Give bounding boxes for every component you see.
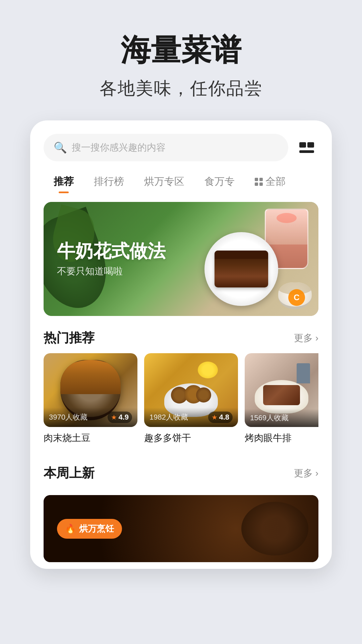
banner[interactable]: 牛奶花式做法 不要只知道喝啦 C	[44, 202, 318, 316]
recipe-badge-2: 1982人收藏 ★ 4.8	[144, 408, 238, 427]
banner-content: 牛奶花式做法 不要只知道喝啦	[44, 227, 179, 291]
hot-section-more[interactable]: 更多 ›	[294, 332, 318, 344]
recipe-favorites-2: 1982人收藏	[149, 412, 188, 422]
new-card[interactable]: 🔥 烘万烹饪	[44, 495, 318, 562]
recipe-image-3: 1569人收藏	[245, 353, 318, 427]
menu-icon-button[interactable]	[295, 136, 318, 159]
rating-value-1: 4.9	[118, 413, 129, 422]
recipe-name-2: 趣多多饼干	[144, 432, 238, 444]
sub-title: 各地美味，任你品尝	[13, 77, 349, 100]
hot-section-title: 热门推荐	[44, 329, 95, 346]
recipe-name-3: 烤肉眼牛排	[245, 432, 318, 444]
c-badge: C	[288, 289, 305, 306]
recipe-image-1: 3970人收藏 ★ 4.9	[44, 353, 137, 427]
recipe-card-3[interactable]: 1569人收藏 烤肉眼牛排	[245, 353, 318, 444]
rating-value-2: 4.8	[219, 413, 229, 422]
banner-title: 牛奶花式做法	[57, 240, 166, 262]
main-title: 海量菜谱	[13, 34, 349, 67]
recipe-name-1: 肉末烧土豆	[44, 432, 137, 444]
recipe-image-2: 1982人收藏 ★ 4.8	[144, 353, 238, 427]
stack-icon	[299, 142, 314, 153]
tab-recommend[interactable]: 推荐	[44, 171, 84, 192]
new-badge: 🔥 烘万烹饪	[57, 519, 122, 539]
tab-food[interactable]: 食万专	[194, 171, 245, 192]
search-bar-container: 🔍 搜一搜你感兴趣的内容	[30, 120, 332, 168]
recipe-rating-2: ★ 4.8	[208, 412, 233, 423]
tab-all[interactable]: 全部	[245, 171, 296, 192]
tab-baking[interactable]: 烘万专区	[134, 171, 194, 192]
recipe-grid: 3970人收藏 ★ 4.9 肉末烧土豆	[30, 353, 332, 451]
banner-subtitle: 不要只知道喝啦	[57, 265, 166, 278]
recipe-badge-1: 3970人收藏 ★ 4.9	[44, 408, 137, 427]
new-section-title: 本周上新	[44, 465, 95, 482]
star-icon-1: ★	[111, 413, 117, 421]
recipe-favorites-1: 3970人收藏	[49, 412, 87, 422]
search-icon: 🔍	[54, 141, 67, 154]
hot-section-header: 热门推荐 更多 ›	[30, 316, 332, 353]
recipe-favorites-3: 1569人收藏	[250, 413, 289, 423]
recipe-card-2[interactable]: 1982人收藏 ★ 4.8 趣多多饼干	[144, 353, 238, 444]
app-card: 🔍 搜一搜你感兴趣的内容 推荐 排行榜 烘万专区 食	[30, 120, 332, 569]
fire-icon: 🔥	[65, 524, 76, 534]
recipe-badge-3: 1569人收藏	[245, 409, 318, 427]
search-placeholder: 搜一搜你感兴趣的内容	[72, 141, 166, 154]
recipe-card-1[interactable]: 3970人收藏 ★ 4.9 肉末烧土豆	[44, 353, 137, 444]
new-section-more[interactable]: 更多 ›	[294, 467, 318, 480]
new-badge-label: 烘万烹饪	[79, 523, 114, 535]
nav-tabs: 推荐 排行榜 烘万专区 食万专 全部	[30, 168, 332, 199]
header-section: 海量菜谱 各地美味，任你品尝	[0, 0, 362, 120]
star-icon-2: ★	[212, 413, 218, 421]
search-bar[interactable]: 🔍 搜一搜你感兴趣的内容	[44, 134, 288, 161]
new-section-header: 本周上新 更多 ›	[30, 451, 332, 488]
recipe-rating-1: ★ 4.9	[108, 412, 132, 423]
tab-ranking[interactable]: 排行榜	[84, 171, 134, 192]
